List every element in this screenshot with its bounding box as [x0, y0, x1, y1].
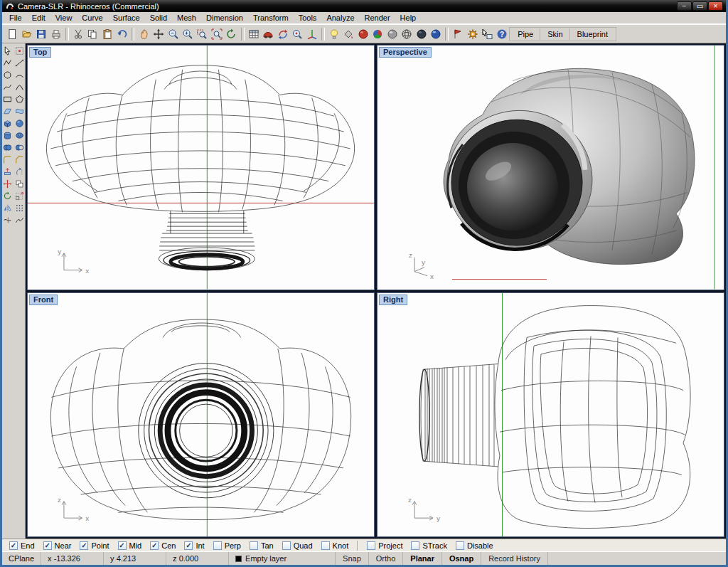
polyline-icon[interactable]	[2, 58, 13, 68]
cursor-box-icon[interactable]	[480, 26, 494, 41]
toolbar-tab-blueprint[interactable]: Blueprint	[571, 28, 614, 40]
zoom-out-magnifier-icon[interactable]	[166, 26, 180, 41]
boolean-difference-icon[interactable]	[14, 142, 25, 153]
blue-sphere-icon[interactable]	[429, 26, 443, 41]
osnap-disable-checkbox[interactable]	[456, 541, 464, 550]
array-icon[interactable]	[14, 203, 25, 213]
osnap-mid[interactable]: Mid	[118, 541, 142, 550]
osnap-perp[interactable]: Perp	[213, 541, 241, 550]
rotate-arrow-icon[interactable]	[224, 26, 238, 41]
osnap-mid-checkbox[interactable]	[118, 541, 127, 550]
zoom-extents-magnifier-icon[interactable]	[210, 26, 224, 41]
osnap-strack[interactable]: STrack	[411, 541, 446, 550]
transform-handle-icon[interactable]	[14, 46, 25, 56]
boolean-union-icon[interactable]	[2, 142, 13, 153]
grid-table-icon[interactable]	[247, 26, 261, 41]
rainbow-sphere-icon[interactable]	[370, 26, 385, 41]
osnap-tan-checkbox[interactable]	[250, 541, 258, 550]
lightbulb-icon[interactable]	[327, 26, 341, 41]
menu-tools[interactable]: Tools	[294, 13, 322, 23]
osnap-project[interactable]: Project	[367, 541, 402, 550]
pan-hand-icon[interactable]	[136, 26, 151, 41]
curve-icon[interactable]	[2, 82, 13, 92]
surface-plane-icon[interactable]	[2, 106, 13, 117]
viewport-top[interactable]: Top	[27, 45, 375, 290]
viewport-top-label[interactable]: Top	[29, 47, 51, 58]
axis-widget-icon[interactable]	[304, 26, 318, 41]
viewport-front[interactable]: Front	[27, 292, 375, 538]
save-floppy-icon[interactable]	[34, 26, 48, 41]
viewport-perspective-label[interactable]: Perspective	[379, 47, 432, 58]
torus-icon[interactable]	[14, 130, 25, 141]
revolve-icon[interactable]	[14, 166, 25, 177]
box-icon[interactable]	[2, 118, 13, 129]
osnap-int[interactable]: Int	[184, 541, 204, 550]
viewport-right[interactable]: Right	[377, 292, 724, 538]
osnap-quad[interactable]: Quad	[282, 541, 313, 550]
osnap-cen[interactable]: Cen	[150, 541, 176, 550]
toolbar-tab-pipe[interactable]: Pipe	[511, 28, 540, 40]
planar-toggle[interactable]: Planar	[403, 552, 442, 565]
close-button[interactable]: ×	[708, 1, 723, 11]
menu-file[interactable]: File	[4, 13, 27, 23]
toolbar-tab-skin[interactable]: Skin	[541, 28, 569, 40]
circle-icon[interactable]	[2, 70, 13, 80]
shaded-sphere-icon[interactable]	[385, 26, 400, 41]
osnap-point-checkbox[interactable]	[80, 541, 88, 550]
menu-help[interactable]: Help	[395, 13, 422, 23]
top-viewport-canvas[interactable]: y x	[28, 46, 374, 290]
osnap-perp-checkbox[interactable]	[213, 541, 222, 550]
menu-mesh[interactable]: Mesh	[172, 13, 201, 23]
curved-arrows-icon[interactable]	[275, 26, 289, 41]
osnap-toggle[interactable]: Osnap	[442, 552, 481, 565]
osnap-cen-checkbox[interactable]	[150, 541, 159, 550]
osnap-tan[interactable]: Tan	[250, 541, 274, 550]
line-icon[interactable]	[14, 58, 25, 68]
open-folder-icon[interactable]	[19, 26, 33, 41]
osnap-near-checkbox[interactable]	[43, 541, 52, 550]
osnap-int-checkbox[interactable]	[184, 541, 193, 550]
menu-analyze[interactable]: Analyze	[321, 13, 359, 23]
maximize-button[interactable]: ▭	[692, 1, 707, 11]
osnap-point[interactable]: Point	[80, 541, 109, 550]
gear-icon[interactable]	[466, 26, 480, 41]
sphere-icon[interactable]	[14, 118, 25, 129]
copy-icon[interactable]	[85, 26, 100, 41]
menu-transform[interactable]: Transform	[248, 13, 294, 23]
join-icon[interactable]	[14, 215, 25, 226]
viewport-front-label[interactable]: Front	[29, 295, 58, 305]
minimize-button[interactable]: −	[677, 1, 692, 11]
layer-pane[interactable]: Empty layer	[229, 552, 336, 565]
chamfer-icon[interactable]	[14, 154, 25, 165]
zoom-in-magnifier-icon[interactable]	[181, 26, 195, 41]
flag-icon[interactable]	[451, 26, 465, 41]
menu-render[interactable]: Render	[360, 13, 395, 23]
extrude-icon[interactable]	[2, 166, 13, 177]
print-icon[interactable]	[48, 26, 63, 41]
cplane-button[interactable]: CPlane	[2, 552, 41, 565]
scale-icon[interactable]	[14, 191, 25, 201]
paint-bucket-icon[interactable]	[341, 26, 355, 41]
cut-scissors-icon[interactable]	[71, 26, 85, 41]
osnap-quad-checkbox[interactable]	[282, 541, 291, 550]
snap-toggle[interactable]: Snap	[336, 552, 369, 565]
menu-dimension[interactable]: Dimension	[201, 13, 248, 23]
menu-curve[interactable]: Curve	[77, 13, 107, 23]
osnap-end[interactable]: End	[9, 541, 35, 550]
rotate-icon[interactable]	[2, 191, 13, 201]
menu-view[interactable]: View	[50, 13, 77, 23]
help-icon[interactable]: ?	[495, 26, 509, 41]
perspective-viewport-canvas[interactable]: z y x	[378, 46, 724, 290]
trim-icon[interactable]	[2, 215, 13, 226]
zoom-window-magnifier-icon[interactable]	[195, 26, 209, 41]
polygon-icon[interactable]	[14, 94, 25, 105]
move-arrows-icon[interactable]	[151, 26, 166, 41]
arc-icon[interactable]	[14, 70, 25, 80]
fillet-icon[interactable]	[2, 154, 13, 165]
wireframe-globe-icon[interactable]	[400, 26, 414, 41]
undo-arrow-icon[interactable]	[114, 26, 129, 41]
pointer-icon[interactable]	[2, 46, 13, 56]
move-icon[interactable]	[2, 179, 13, 189]
conic-icon[interactable]	[14, 82, 25, 92]
mirror-icon[interactable]	[2, 203, 13, 213]
